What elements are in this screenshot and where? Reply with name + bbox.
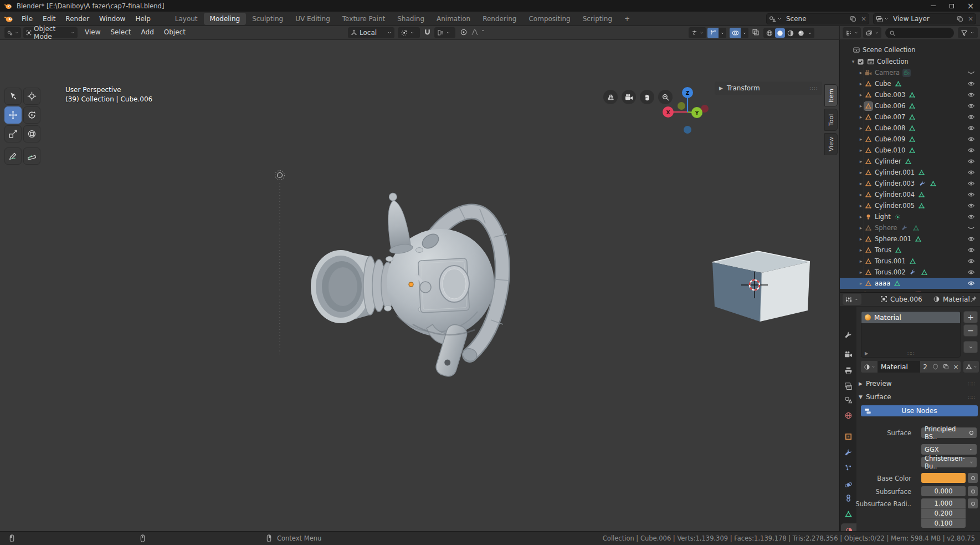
properties-tab-modifiers[interactable]	[840, 445, 856, 460]
properties-tab-object[interactable]	[840, 429, 856, 444]
gizmo-dropdown[interactable]	[719, 28, 726, 38]
workspace-tab-modeling[interactable]: Modeling	[204, 13, 247, 25]
mesh-data-icon[interactable]	[894, 80, 902, 88]
outliner-row-cylinder-003[interactable]: ▸Cylinder.003	[840, 178, 980, 189]
nav-pan-button[interactable]	[640, 90, 654, 104]
tool-annotate-button[interactable]	[4, 147, 22, 165]
outliner-item-label[interactable]: Cube.007	[875, 113, 905, 121]
outliner-row-cube-006[interactable]: ▸Cube.006	[840, 100, 980, 111]
outliner-row-light[interactable]: ▸Light	[840, 211, 980, 222]
subsurface-method-dropdown[interactable]: Christensen-Bu..	[921, 457, 977, 467]
mesh-data-icon[interactable]	[908, 102, 916, 110]
outliner-row-collection[interactable]: ▾ Collection	[840, 56, 980, 67]
minimize-button[interactable]	[923, 0, 942, 12]
subsurface-radius-z-field[interactable]: 0.100	[921, 518, 966, 528]
eye-open-icon[interactable]	[967, 91, 975, 99]
slot-specials-dropdown[interactable]	[963, 341, 978, 353]
outliner-row-torus-001[interactable]: ▸Torus.001	[840, 256, 980, 267]
camera-data-icon[interactable]	[902, 69, 911, 77]
modifier-wrench-icon[interactable]	[901, 224, 909, 232]
shading-wireframe-button[interactable]	[764, 28, 774, 38]
workspace-tab-uv-editing[interactable]: UV Editing	[289, 13, 336, 25]
expand-arrow-icon[interactable]: ▸	[858, 81, 864, 86]
eye-open-icon[interactable]	[967, 257, 975, 265]
collection-checkbox[interactable]	[856, 58, 865, 66]
outliner-row-cube-003[interactable]: ▸Cube.003	[840, 89, 980, 100]
unlink-material-button[interactable]: ×	[951, 361, 961, 373]
sidebar-tab-item[interactable]: Item	[824, 84, 838, 106]
close-button[interactable]: ×	[961, 0, 980, 12]
viewport-menu-add[interactable]: Add	[137, 28, 158, 36]
base-color-animate-button[interactable]	[968, 473, 978, 483]
workspace-tab-scripting[interactable]: Scripting	[577, 13, 618, 25]
view-layer-new-button[interactable]	[955, 14, 966, 24]
outliner-item-label[interactable]: Light	[875, 213, 891, 221]
tool-cursor-button[interactable]	[23, 88, 40, 105]
modifier-wrench-icon[interactable]	[909, 268, 917, 277]
expand-arrow-icon[interactable]: ▸	[858, 181, 864, 186]
cube-object[interactable]	[712, 251, 810, 322]
outliner-item-label[interactable]: Torus.001	[875, 257, 906, 265]
material-slot-item[interactable]: Material	[861, 312, 960, 323]
outliner-label[interactable]: Scene Collection	[863, 46, 916, 54]
eye-open-icon[interactable]	[967, 202, 975, 210]
eye-open-icon[interactable]	[967, 191, 975, 198]
menu-file[interactable]: File	[17, 15, 38, 23]
new-material-button[interactable]	[941, 361, 951, 373]
scene-selector[interactable]: Scene ×	[766, 13, 869, 24]
gizmo-axis-y-neg[interactable]	[678, 102, 685, 110]
outliner-row-camera[interactable]: ▸Camera	[840, 67, 980, 78]
workspace-tab-plus[interactable]: +	[618, 13, 636, 25]
eye-open-icon[interactable]	[967, 124, 975, 132]
outliner-search-input[interactable]	[899, 30, 943, 37]
workspace-tab-rendering[interactable]: Rendering	[476, 13, 522, 25]
outliner-row-cube[interactable]: ▸Cube	[840, 78, 980, 89]
outliner-row-cube-009[interactable]: ▸Cube.009	[840, 134, 980, 145]
outliner-item-label[interactable]: Cylinder.003	[875, 180, 915, 187]
outliner-item-label[interactable]: Torus	[875, 246, 891, 254]
outliner-item-label[interactable]: Cylinder.005	[875, 202, 915, 210]
eye-open-icon[interactable]	[967, 146, 975, 154]
properties-tab-particles[interactable]	[840, 460, 856, 475]
viewport-menu-view[interactable]: View	[81, 28, 104, 36]
eye-open-icon[interactable]	[967, 169, 975, 176]
eye-open-icon[interactable]	[967, 180, 975, 187]
properties-tab-object-data[interactable]	[840, 507, 856, 521]
outliner[interactable]: Scene Collection ▾ Collection ▸Camera▸Cu…	[839, 40, 980, 292]
subsurface-radius-y-field[interactable]: 0.200	[921, 508, 966, 518]
expand-arrow-icon[interactable]: ▸	[858, 203, 864, 208]
outliner-item-label[interactable]: Cube.006	[875, 102, 905, 110]
expand-arrow-icon[interactable]: ▸	[858, 269, 864, 275]
properties-tab-output[interactable]	[840, 363, 856, 378]
properties-tab-scene[interactable]	[840, 393, 856, 407]
workspace-tab-sculpting[interactable]: Sculpting	[246, 13, 289, 25]
eye-open-icon[interactable]	[967, 213, 975, 221]
outliner-search[interactable]	[885, 28, 954, 38]
expand-arrow-icon[interactable]: ▸	[858, 192, 864, 197]
sidebar-tab-view[interactable]: View	[824, 133, 838, 155]
workspace-tab-shading[interactable]: Shading	[391, 13, 430, 25]
properties-tab-view-layer[interactable]	[840, 379, 856, 393]
mesh-data-icon[interactable]	[909, 257, 917, 266]
subsurface-value-field[interactable]: 0.000	[921, 486, 966, 496]
base-color-swatch[interactable]	[921, 473, 966, 483]
outliner-row-sphere-001[interactable]: ▸Sphere.001	[840, 233, 980, 245]
panel-grip-icon[interactable]: ∷∷	[968, 394, 975, 400]
expand-arrow-icon[interactable]: ▸	[858, 159, 864, 164]
eye-open-icon[interactable]	[967, 135, 975, 143]
expand-arrow-icon[interactable]: ▸	[858, 70, 864, 75]
mesh-data-icon[interactable]	[908, 113, 916, 121]
mesh-data-icon[interactable]	[908, 135, 916, 144]
shading-rendered-button[interactable]	[796, 28, 806, 38]
expand-arrow-icon[interactable]: ▸	[858, 136, 864, 142]
scene-new-button[interactable]	[848, 14, 859, 24]
mesh-data-icon[interactable]	[914, 235, 922, 243]
gizmo-axis-z-neg[interactable]	[684, 126, 691, 134]
mesh-data-icon[interactable]	[894, 246, 902, 254]
expand-arrow-icon[interactable]: ▸	[858, 103, 864, 109]
menu-window[interactable]: Window	[94, 15, 130, 23]
scene-browse-icon[interactable]	[767, 14, 784, 24]
properties-tab-physics[interactable]	[840, 477, 856, 492]
scene-name[interactable]: Scene	[784, 15, 848, 23]
outliner-item-label[interactable]: Sphere	[875, 224, 897, 232]
